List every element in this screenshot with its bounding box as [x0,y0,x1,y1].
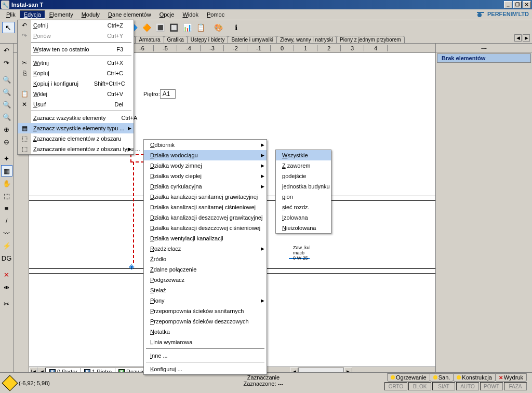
element-tab[interactable]: Grafika [164,36,188,43]
layers-icon[interactable]: ≡ [1,202,12,214]
zoom-in-icon[interactable]: 🔍 [1,74,12,85]
submenu-item[interactable]: Notatka [144,327,267,337]
status-flag-powt[interactable]: POWT [480,382,503,390]
select-rect-icon[interactable]: ⬚ [1,190,12,201]
menu-item[interactable]: ✕UsuńDel [18,99,134,110]
zoom-extents-icon[interactable]: ⊖ [1,136,12,147]
floor-input[interactable] [160,89,176,99]
submenu-item[interactable]: Odbiornik▶ [144,140,267,150]
zoom-100-icon[interactable]: ⊕ [1,124,12,135]
submenu-item[interactable]: Inne ... [144,350,267,361]
menu-item[interactable]: ▦Zaznacz wszystkie elementy typu ...▶ [18,123,134,133]
draw-curve-icon[interactable]: 〰 [1,227,12,239]
submenu-item[interactable]: sieć rozdz. [276,202,331,212]
status-flag-siat[interactable]: SIAT [432,382,455,390]
submenu-item[interactable]: Działka kanalizacji sanitarnej ciśnienio… [144,202,267,212]
status-flag-orto[interactable]: ORTO [384,382,407,390]
maximize-button[interactable]: ❐ [513,1,522,8]
zoom-out-icon[interactable]: 🔍 [1,86,12,98]
align-icon[interactable]: ⇹ [1,281,12,293]
auto-connect-icon[interactable]: ⚡ [1,240,12,251]
submenu-item[interactable]: Konfiguruj ... [144,364,267,374]
submenu-item[interactable]: Linia wymiarowa [144,337,267,347]
menu-item[interactable]: ⬚Zaznaczanie elementów z obszaru typu ..… [18,144,134,154]
delete-icon[interactable]: ✕ [1,269,12,280]
zoom-window-icon[interactable]: 🔍 [1,99,12,110]
submenu-item[interactable]: Podgrzewacz [144,275,267,285]
element-tab[interactable]: Zlewy, wanny i natryski [276,36,337,43]
menu-opcje[interactable]: Opcje [155,10,179,19]
submenu-item[interactable]: Działka wody ciepłej▶ [144,171,267,181]
info-icon[interactable]: ℹ [230,22,242,33]
menu-edycja[interactable]: Edycja [20,10,45,19]
tab-scroll-left-icon[interactable]: ◀ [514,34,522,42]
menu-item[interactable]: ⬚Zaznaczanie elementów z obszaru [18,133,134,144]
submenu-item[interactable]: Stelaż [144,285,267,295]
element-tab[interactable]: Piony z jednym przyborem [336,36,405,43]
tool-d-icon[interactable]: 🔲 [167,22,180,33]
menu-item[interactable]: ↶CofnijCtrl+Z [18,20,134,31]
draw-line-icon[interactable]: / [1,215,12,226]
element-tab[interactable]: Baterie i umywalki [228,36,277,43]
snap-icon[interactable]: ✦ [1,153,12,164]
tool-f-icon[interactable]: 📋 [194,22,207,33]
submenu-item[interactable]: Piony▶ [144,295,267,306]
menu-pomoc[interactable]: Pomoc [203,10,229,19]
submenu-item[interactable]: Działka wody zimnej▶ [144,160,267,171]
submenu-item[interactable]: Zdalne połączenie [144,264,267,275]
submenu-item[interactable]: Izolowana [276,212,331,223]
tool-e-icon[interactable]: 📊 [181,22,193,33]
element-tab[interactable]: Armatura [135,36,164,43]
submenu-item[interactable]: Źródło [144,254,267,264]
menu-item[interactable]: ✂WytnijCtrl+X [18,58,134,68]
grid-icon[interactable]: ▦ [1,165,12,177]
cut-icon[interactable]: ✂ [1,298,12,309]
submenu-item[interactable]: Działka wodociągu▶ [144,150,267,160]
palette-icon[interactable]: 🎨 [212,22,224,33]
element-tab[interactable]: Ustępy i bidety [187,36,229,43]
submenu-item[interactable]: Działka kanalizacji deszczowej grawitacy… [144,212,267,223]
menu-moduły[interactable]: Moduły [77,10,104,19]
submenu-item[interactable]: Rozdzielacz▶ [144,243,267,254]
submenu-item[interactable]: Działka wentylacji kanalizacji [144,233,267,243]
submenu-item[interactable]: jednostka budynku [276,181,331,192]
mode-tab[interactable]: San. [430,373,454,382]
mode-tab[interactable]: ✕Wydruk [495,373,527,382]
minimize-button[interactable]: _ [504,1,512,8]
zoom-fit-icon[interactable]: 🔍 [1,111,12,123]
close-button[interactable]: ✕ [523,1,531,8]
pointer-tool-icon[interactable]: ↖ [2,22,15,33]
menu-plik[interactable]: Plik [2,10,20,19]
pan-icon[interactable]: ✋ [1,178,12,189]
mode-tab[interactable]: Konstrukcja [453,373,495,382]
mode-tab[interactable]: Ogrzewanie [387,373,430,382]
menu-item[interactable]: Kopiuj i konfigurujShift+Ctrl+C [18,78,134,89]
undo-icon[interactable]: ↶ [1,45,12,56]
submenu-item[interactable]: pion [276,192,331,202]
submenu-item[interactable]: Działka kanalizacji sanitarnej grawitacy… [144,192,267,202]
menu-item[interactable]: Zaznacz wszystkie elementyCtrl+A [18,113,134,123]
menu-item[interactable]: ⎘KopiujCtrl+C [18,68,134,78]
submenu-item[interactable]: Działka cyrkulacyjna▶ [144,181,267,192]
menu-elementy[interactable]: Elementy [45,10,77,19]
submenu-item[interactable]: Działka kanalizacji deszczowej ciśnienio… [144,223,267,233]
tool-b-icon[interactable]: 🔶 [140,22,153,33]
submenu-item[interactable]: Przepompownia ścieków sanitarnych [144,306,267,316]
status-flag-faza[interactable]: FAZA [504,382,527,390]
menu-dane elementów[interactable]: Dane elementów [104,10,155,19]
menu-item[interactable]: 📋WklejCtrl+V [18,89,134,99]
redo-icon[interactable]: ↷ [1,57,12,69]
menu-item[interactable]: Wstaw ten co ostatnioF3 [18,44,134,55]
submenu-item[interactable]: Z zaworem [276,160,331,171]
submenu-item[interactable]: podejście [276,171,331,181]
tab-scroll-right-icon[interactable]: ▶ [523,34,530,42]
submenu-item[interactable]: Wszystkie [276,150,331,160]
submenu-item[interactable]: Przepompownia ścieków deszczowych [144,316,267,327]
submenu-item[interactable]: Nieizolowana [276,223,331,233]
dg-icon[interactable]: DG [1,252,12,264]
status-flag-blok[interactable]: BLOK [408,382,431,390]
status-flag-auto[interactable]: AUTO [456,382,479,390]
tool-c-icon[interactable]: 🔳 [154,22,166,33]
drawing-node-icon[interactable]: ◈ [129,262,135,270]
menu-widok[interactable]: Widok [178,10,203,19]
